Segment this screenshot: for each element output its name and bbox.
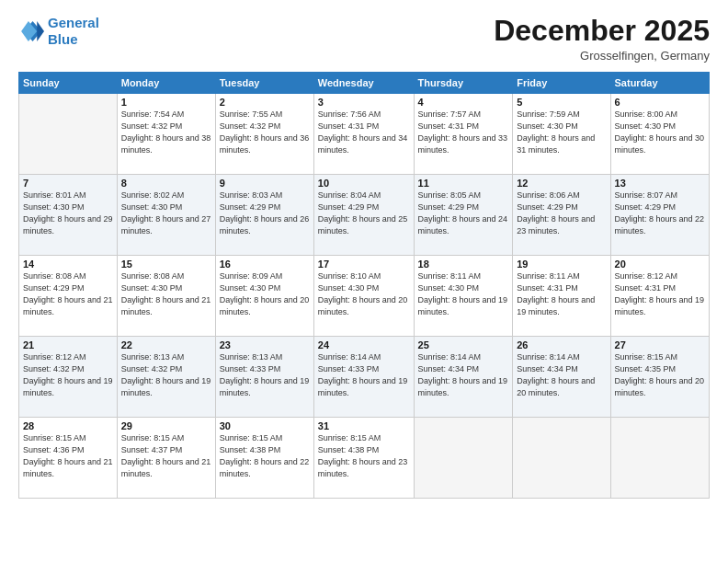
sunrise-label: Sunrise: 8:01 AM — [23, 190, 86, 200]
daylight-label: Daylight: 8 hours and 19 minutes. — [23, 376, 113, 397]
day-number: 16 — [220, 259, 310, 270]
day-info: Sunrise: 8:15 AMSunset: 4:38 PMDaylight:… — [318, 432, 410, 480]
sunrise-label: Sunrise: 8:13 AM — [121, 352, 185, 362]
sunset-label: Sunset: 4:30 PM — [615, 121, 677, 131]
day-info: Sunrise: 8:15 AMSunset: 4:35 PMDaylight:… — [615, 351, 705, 399]
day-number: 24 — [318, 339, 410, 350]
sunrise-label: Sunrise: 8:10 AM — [318, 271, 381, 281]
daylight-label: Daylight: 8 hours and 20 minutes. — [220, 295, 310, 316]
day-info: Sunrise: 7:59 AMSunset: 4:30 PMDaylight:… — [517, 109, 606, 156]
sunrise-label: Sunrise: 8:09 AM — [220, 271, 283, 281]
day-number: 14 — [23, 259, 113, 270]
sunrise-label: Sunrise: 8:14 AM — [517, 352, 580, 362]
day-number: 9 — [220, 178, 310, 189]
day-info: Sunrise: 8:13 AMSunset: 4:33 PMDaylight:… — [220, 351, 310, 399]
day-info: Sunrise: 8:00 AMSunset: 4:30 PMDaylight:… — [615, 109, 705, 156]
day-number: 17 — [318, 259, 410, 270]
daylight-label: Daylight: 8 hours and 19 minutes. — [220, 376, 310, 397]
daylight-label: Daylight: 8 hours and 36 minutes. — [220, 133, 310, 155]
day-number: 2 — [220, 97, 310, 108]
day-number: 29 — [121, 420, 211, 431]
calendar-cell: 4Sunrise: 7:57 AMSunset: 4:31 PMDaylight… — [414, 94, 513, 175]
daylight-label: Daylight: 8 hours and 20 minutes. — [615, 376, 705, 397]
day-info: Sunrise: 8:08 AMSunset: 4:29 PMDaylight:… — [23, 270, 113, 318]
sunset-label: Sunset: 4:30 PM — [121, 202, 183, 212]
sunset-label: Sunset: 4:31 PM — [517, 283, 578, 293]
header-thursday: Thursday — [414, 73, 513, 94]
daylight-label: Daylight: 8 hours and 21 minutes. — [121, 457, 211, 478]
calendar-cell: 31Sunrise: 8:15 AMSunset: 4:38 PMDayligh… — [313, 418, 414, 499]
calendar-cell: 21Sunrise: 8:12 AMSunset: 4:32 PMDayligh… — [19, 337, 118, 418]
sunset-label: Sunset: 4:32 PM — [23, 364, 85, 373]
header-sunday: Sunday — [19, 73, 118, 94]
day-number: 5 — [517, 97, 606, 108]
calendar-cell — [414, 418, 513, 499]
sunset-label: Sunset: 4:33 PM — [220, 364, 281, 373]
calendar-week-0: 1Sunrise: 7:54 AMSunset: 4:32 PMDaylight… — [19, 94, 710, 175]
day-number: 23 — [220, 339, 310, 350]
calendar-cell — [19, 94, 118, 175]
sunrise-label: Sunrise: 8:08 AM — [23, 271, 86, 281]
sunrise-label: Sunrise: 8:12 AM — [23, 352, 86, 362]
calendar-cell — [610, 418, 709, 499]
calendar-cell: 22Sunrise: 8:13 AMSunset: 4:32 PMDayligh… — [117, 337, 215, 418]
header-saturday: Saturday — [610, 73, 709, 94]
calendar-cell: 13Sunrise: 8:07 AMSunset: 4:29 PMDayligh… — [610, 175, 709, 256]
daylight-label: Daylight: 8 hours and 21 minutes. — [121, 295, 211, 316]
daylight-label: Daylight: 8 hours and 29 minutes. — [23, 214, 113, 236]
daylight-label: Daylight: 8 hours and 19 minutes. — [418, 295, 508, 316]
day-info: Sunrise: 8:06 AMSunset: 4:29 PMDaylight:… — [517, 190, 606, 237]
sunset-label: Sunset: 4:29 PM — [418, 202, 480, 212]
daylight-label: Daylight: 8 hours and 25 minutes. — [318, 214, 408, 236]
day-number: 30 — [220, 420, 310, 431]
calendar-cell: 12Sunrise: 8:06 AMSunset: 4:29 PMDayligh… — [513, 175, 610, 256]
calendar-cell: 1Sunrise: 7:54 AMSunset: 4:32 PMDaylight… — [117, 94, 215, 175]
day-info: Sunrise: 8:14 AMSunset: 4:34 PMDaylight:… — [418, 351, 509, 399]
sunrise-label: Sunrise: 8:12 AM — [615, 271, 678, 281]
daylight-label: Daylight: 8 hours and 38 minutes. — [121, 133, 211, 155]
logo: General Blue — [18, 15, 99, 48]
day-info: Sunrise: 8:04 AMSunset: 4:29 PMDaylight:… — [318, 190, 410, 237]
day-info: Sunrise: 8:15 AMSunset: 4:38 PMDaylight:… — [220, 432, 310, 480]
daylight-label: Daylight: 8 hours and 22 minutes. — [220, 457, 310, 478]
calendar-week-4: 28Sunrise: 8:15 AMSunset: 4:36 PMDayligh… — [19, 418, 710, 499]
daylight-label: Daylight: 8 hours and 23 minutes. — [318, 457, 408, 478]
day-info: Sunrise: 8:14 AMSunset: 4:33 PMDaylight:… — [318, 351, 410, 399]
day-info: Sunrise: 8:13 AMSunset: 4:32 PMDaylight:… — [121, 351, 211, 399]
day-info: Sunrise: 8:03 AMSunset: 4:29 PMDaylight:… — [220, 190, 310, 237]
sunrise-label: Sunrise: 7:55 AM — [220, 109, 283, 119]
day-number: 7 — [23, 178, 113, 189]
day-info: Sunrise: 8:02 AMSunset: 4:30 PMDaylight:… — [121, 190, 211, 237]
day-number: 1 — [121, 97, 211, 108]
calendar-cell: 6Sunrise: 8:00 AMSunset: 4:30 PMDaylight… — [610, 94, 709, 175]
day-number: 21 — [23, 339, 113, 350]
sunrise-label: Sunrise: 8:11 AM — [517, 271, 580, 281]
sunrise-label: Sunrise: 8:13 AM — [220, 352, 283, 362]
calendar: Sunday Monday Tuesday Wednesday Thursday… — [18, 72, 710, 499]
day-number: 6 — [615, 97, 705, 108]
sunrise-label: Sunrise: 8:04 AM — [318, 190, 381, 200]
sunrise-label: Sunrise: 8:00 AM — [615, 109, 678, 119]
sunrise-label: Sunrise: 7:56 AM — [318, 109, 381, 119]
calendar-cell: 20Sunrise: 8:12 AMSunset: 4:31 PMDayligh… — [610, 256, 709, 337]
header-wednesday: Wednesday — [313, 73, 414, 94]
day-number: 20 — [615, 259, 705, 270]
calendar-cell: 30Sunrise: 8:15 AMSunset: 4:38 PMDayligh… — [215, 418, 313, 499]
calendar-cell: 14Sunrise: 8:08 AMSunset: 4:29 PMDayligh… — [19, 256, 118, 337]
sunset-label: Sunset: 4:30 PM — [23, 202, 85, 212]
calendar-cell: 16Sunrise: 8:09 AMSunset: 4:30 PMDayligh… — [215, 256, 313, 337]
day-number: 4 — [418, 97, 509, 108]
day-info: Sunrise: 8:12 AMSunset: 4:31 PMDaylight:… — [615, 270, 705, 318]
calendar-cell: 15Sunrise: 8:08 AMSunset: 4:30 PMDayligh… — [117, 256, 215, 337]
sunset-label: Sunset: 4:29 PM — [220, 202, 281, 212]
month-title: December 2025 — [494, 15, 710, 47]
sunset-label: Sunset: 4:30 PM — [418, 283, 480, 293]
sunrise-label: Sunrise: 8:14 AM — [418, 352, 482, 362]
sunset-label: Sunset: 4:35 PM — [615, 364, 677, 373]
day-number: 25 — [418, 339, 509, 350]
title-block: December 2025 Grosselfingen, Germany — [494, 15, 710, 63]
page: General Blue December 2025 Grosselfingen… — [0, 0, 728, 563]
calendar-cell: 25Sunrise: 8:14 AMSunset: 4:34 PMDayligh… — [414, 337, 513, 418]
day-info: Sunrise: 8:15 AMSunset: 4:36 PMDaylight:… — [23, 432, 113, 480]
calendar-cell: 19Sunrise: 8:11 AMSunset: 4:31 PMDayligh… — [513, 256, 610, 337]
